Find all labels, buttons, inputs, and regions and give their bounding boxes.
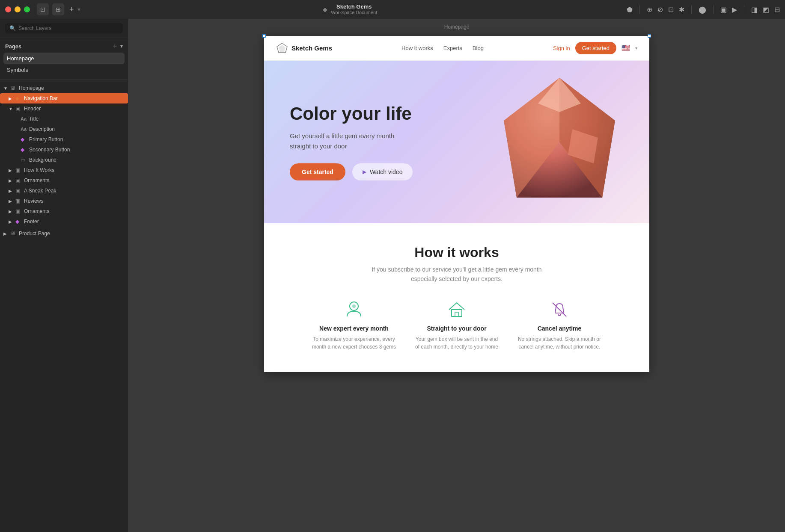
diamond-orange-icon: ◆ bbox=[15, 95, 22, 101]
pages-chevron-icon[interactable]: ▾ bbox=[120, 43, 123, 49]
layer-name: Ornaments bbox=[24, 177, 125, 183]
maximize-button[interactable] bbox=[24, 6, 30, 12]
feature-title: New expert every month bbox=[311, 325, 397, 332]
nav-link-experts[interactable]: Experts bbox=[443, 45, 462, 51]
feature-desc: Your gem box will be sent in the end of … bbox=[414, 335, 500, 351]
app-subtitle: Workspace Document bbox=[331, 10, 377, 15]
hero-content: Color your life Get yourself a little ge… bbox=[290, 103, 624, 180]
layer-navigation-bar[interactable]: ▶ ◆ Navigation Bar bbox=[0, 93, 128, 103]
logo-icon bbox=[276, 42, 288, 54]
layer-how-it-works[interactable]: ▶ ▣ How It Works bbox=[0, 165, 128, 175]
toolbar-icon-3[interactable]: ⊘ bbox=[657, 6, 663, 14]
folder-icon: ▣ bbox=[15, 167, 22, 173]
feature-title: Straight to your door bbox=[414, 325, 500, 332]
page-item-symbols[interactable]: Symbols bbox=[3, 64, 125, 76]
toolbar-icon-4[interactable]: ⊡ bbox=[668, 6, 674, 14]
layer-product-page[interactable]: ▶ 🖥 Product Page bbox=[0, 228, 128, 239]
artboard-navbar: Sketch Gems How it works Experts Blog Si… bbox=[264, 36, 649, 61]
nav-flag-chevron[interactable]: ▾ bbox=[635, 46, 637, 50]
page-item-homepage[interactable]: Homepage bbox=[3, 53, 125, 64]
chevron-right-icon: ▶ bbox=[9, 209, 14, 214]
feature-icon-expert bbox=[344, 299, 364, 320]
home-icon bbox=[446, 299, 467, 320]
svg-point-8 bbox=[352, 304, 356, 308]
layer-background[interactable]: ▭ Background bbox=[0, 155, 128, 165]
view-toggle: ⊡ ⊞ bbox=[37, 3, 64, 15]
layer-secondary-button[interactable]: ◆ Secondary Button bbox=[0, 145, 128, 155]
toolbar-icon-1[interactable]: ⬟ bbox=[627, 6, 633, 14]
pages-add-button[interactable]: + bbox=[113, 42, 117, 50]
layer-name: Description bbox=[29, 126, 125, 132]
watch-video-label: Watch video bbox=[370, 168, 403, 175]
layer-name: Title bbox=[29, 116, 125, 122]
hero-watch-video-btn[interactable]: ▶ Watch video bbox=[352, 163, 413, 180]
toolbar-icon-6[interactable]: ⬤ bbox=[699, 6, 706, 14]
expert-icon bbox=[344, 299, 364, 320]
layer-ornaments-2[interactable]: ▶ ▣ Ornaments bbox=[0, 206, 128, 216]
single-view-btn[interactable]: ⊡ bbox=[37, 3, 49, 15]
bell-mute-icon bbox=[549, 299, 570, 320]
layer-homepage[interactable]: ▼ 🖥 Homepage bbox=[0, 83, 128, 93]
toolbar-icon-7[interactable]: ▣ bbox=[720, 6, 727, 14]
toolbar-icon-5[interactable]: ✱ bbox=[679, 6, 684, 14]
nav-logo-text: Sketch Gems bbox=[291, 44, 332, 52]
toolbar-icon-10[interactable]: ◩ bbox=[763, 6, 769, 14]
svg-rect-10 bbox=[455, 312, 458, 316]
sidebar-divider bbox=[0, 79, 128, 80]
hero-title: Color your life bbox=[290, 103, 624, 124]
layer-name: A Sneak Peak bbox=[24, 188, 125, 194]
feature-desc: No strings attached. Skip a month or can… bbox=[517, 335, 602, 351]
close-button[interactable] bbox=[5, 6, 11, 12]
how-description: If you subscribe to our service you'll g… bbox=[367, 265, 547, 284]
nav-link-blog[interactable]: Blog bbox=[473, 45, 484, 51]
layer-name: Secondary Button bbox=[29, 147, 125, 153]
search-input-wrap[interactable]: 🔍 bbox=[5, 23, 123, 33]
chevron-right-icon: ▶ bbox=[3, 231, 9, 236]
nav-link-how[interactable]: How it works bbox=[401, 45, 433, 51]
feature-desc: To maximize your experience, every month… bbox=[311, 335, 397, 351]
pages-section: Pages + ▾ bbox=[0, 38, 128, 53]
layer-name: Homepage bbox=[19, 85, 125, 91]
svg-marker-1 bbox=[279, 45, 285, 52]
toolbar-icon-2[interactable]: ⊕ bbox=[647, 6, 652, 14]
folder-icon: ▣ bbox=[15, 208, 22, 214]
layer-primary-button[interactable]: ◆ Primary Button bbox=[0, 134, 128, 145]
feature-item-expert: New expert every month To maximize your … bbox=[311, 299, 397, 351]
folder-icon: ▣ bbox=[15, 106, 22, 112]
layer-name: Background bbox=[29, 157, 125, 163]
search-icon: 🔍 bbox=[9, 25, 16, 31]
nav-get-started-btn[interactable]: Get started bbox=[575, 42, 616, 54]
chevron-right-icon: ▶ bbox=[9, 96, 14, 101]
feature-icon-cancel bbox=[549, 299, 570, 320]
layer-sneak-peak[interactable]: ▶ ▣ A Sneak Peak bbox=[0, 186, 128, 196]
layer-name: Primary Button bbox=[29, 136, 125, 142]
selection-handle-tl[interactable] bbox=[262, 34, 266, 38]
toolbar-icons: ⬟ ⊕ ⊘ ⊡ ✱ ⬤ ▣ ▶ ◨ ◩ ⊟ bbox=[627, 5, 780, 14]
nav-actions: Sign in Get started 🇺🇸 ▾ bbox=[553, 42, 637, 54]
chevron-right-icon: ▶ bbox=[9, 178, 14, 183]
layer-ornaments-1[interactable]: ▶ ▣ Ornaments bbox=[0, 175, 128, 186]
page-list: Homepage Symbols bbox=[0, 53, 128, 76]
toolbar-icon-9[interactable]: ◨ bbox=[751, 6, 758, 14]
toolbar-icon-11[interactable]: ⊟ bbox=[774, 6, 780, 14]
chevron-right-icon: ▶ bbox=[9, 168, 14, 173]
search-input[interactable] bbox=[18, 25, 119, 31]
layer-name: Navigation Bar bbox=[24, 95, 125, 101]
layer-title[interactable]: Aa Title bbox=[0, 114, 128, 124]
layer-header[interactable]: ▼ ▣ Header bbox=[0, 103, 128, 114]
add-button[interactable]: + bbox=[69, 5, 74, 14]
traffic-lights bbox=[5, 6, 30, 12]
selection-handle-tr[interactable] bbox=[648, 34, 651, 38]
layer-footer[interactable]: ▶ ◆ Footer bbox=[0, 216, 128, 227]
layer-name: Footer bbox=[24, 219, 125, 225]
grid-view-btn[interactable]: ⊞ bbox=[52, 3, 64, 15]
nav-signin[interactable]: Sign in bbox=[553, 45, 570, 51]
layer-reviews[interactable]: ▶ ▣ Reviews bbox=[0, 196, 128, 206]
layer-description[interactable]: Aa Description bbox=[0, 124, 128, 134]
chevron-right-icon: ▶ bbox=[9, 189, 14, 193]
minimize-button[interactable] bbox=[15, 6, 21, 12]
toolbar-icon-8[interactable]: ▶ bbox=[732, 6, 737, 14]
layer-name: Reviews bbox=[24, 198, 125, 204]
hero-get-started-btn[interactable]: Get started bbox=[290, 163, 345, 180]
svg-line-11 bbox=[553, 303, 566, 316]
